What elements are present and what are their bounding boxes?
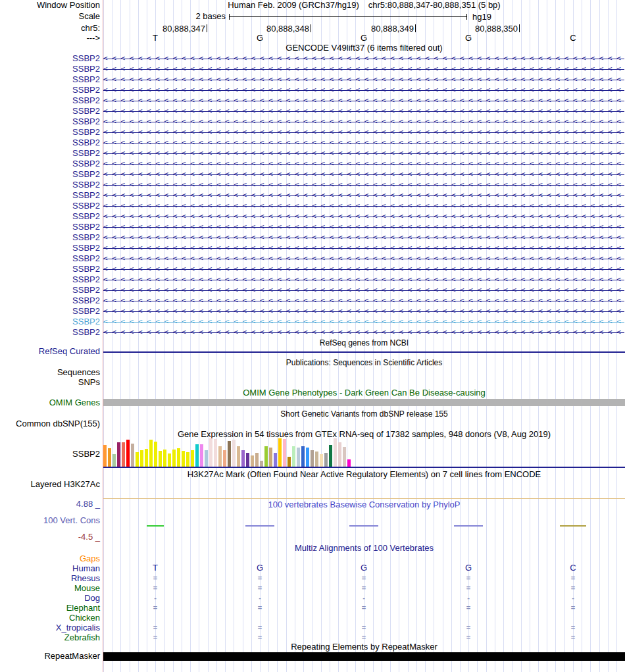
species-label: Dog xyxy=(0,593,100,603)
gtex-tissue-bar xyxy=(338,442,341,467)
track-label-snps[interactable]: SNPs xyxy=(0,378,100,387)
gencode-gene-row[interactable]: SSBP2<<<<<<<<<<<<<<<<<<<<<<<<<<<<<<<<<<<… xyxy=(0,159,625,169)
multiz-species-row[interactable]: Rhesus===== xyxy=(0,573,625,583)
track-label-repeatmasker[interactable]: RepeatMasker xyxy=(0,652,100,661)
gencode-gene-row[interactable]: SSBP2<<<<<<<<<<<<<<<<<<<<<<<<<<<<<<<<<<<… xyxy=(0,264,625,274)
alignment-mark: = xyxy=(466,633,470,642)
gencode-gene-row[interactable]: SSBP2<<<<<<<<<<<<<<<<<<<<<<<<<<<<<<<<<<<… xyxy=(0,232,625,243)
gtex-tissue-bar xyxy=(149,440,153,467)
multiz-species-row[interactable]: Chicken xyxy=(0,613,625,623)
gencode-gene-row[interactable]: SSBP2<<<<<<<<<<<<<<<<<<<<<<<<<<<<<<<<<<<… xyxy=(0,317,625,327)
gencode-gene-row[interactable]: SSBP2<<<<<<<<<<<<<<<<<<<<<<<<<<<<<<<<<<<… xyxy=(0,285,625,296)
gene-label: SSBP2 xyxy=(0,149,100,158)
omim-track-title: OMIM Gene Phenotypes - Dark Green Can Be… xyxy=(103,388,625,398)
alignment-mark: = xyxy=(466,603,470,613)
gencode-gene-row[interactable]: SSBP2<<<<<<<<<<<<<<<<<<<<<<<<<<<<<<<<<<<… xyxy=(0,95,625,106)
gtex-tissue-bar xyxy=(214,439,217,467)
gencode-gene-row[interactable]: SSBP2<<<<<<<<<<<<<<<<<<<<<<<<<<<<<<<<<<<… xyxy=(0,106,625,116)
gtex-tissue-bar xyxy=(205,450,208,467)
gencode-gene-row[interactable]: SSBP2<<<<<<<<<<<<<<<<<<<<<<<<<<<<<<<<<<<… xyxy=(0,138,625,148)
gene-direction-arrows: <<<<<<<<<<<<<<<<<<<<<<<<<<<<<<<<<<<<<<<<… xyxy=(103,201,625,211)
gencode-gene-row[interactable]: SSBP2<<<<<<<<<<<<<<<<<<<<<<<<<<<<<<<<<<<… xyxy=(0,74,625,85)
gtex-baseline xyxy=(103,467,625,468)
conservation-dash xyxy=(245,525,274,527)
gene-label: SSBP2 xyxy=(0,128,100,137)
gtex-tissue-bar xyxy=(264,446,268,467)
multiz-species-row[interactable]: X_tropicalis===== xyxy=(0,623,625,633)
gencode-gene-row[interactable]: SSBP2<<<<<<<<<<<<<<<<<<<<<<<<<<<<<<<<<<<… xyxy=(0,169,625,180)
gene-direction-arrows: <<<<<<<<<<<<<<<<<<<<<<<<<<<<<<<<<<<<<<<<… xyxy=(103,264,625,274)
track-label-100-vert-cons[interactable]: 100 Vert. Cons xyxy=(0,516,100,525)
repeatmasker-element-bar[interactable] xyxy=(103,652,625,661)
gencode-gene-row[interactable]: SSBP2<<<<<<<<<<<<<<<<<<<<<<<<<<<<<<<<<<<… xyxy=(0,306,625,317)
gencode-gene-row[interactable]: SSBP2<<<<<<<<<<<<<<<<<<<<<<<<<<<<<<<<<<<… xyxy=(0,253,625,264)
gene-direction-arrows: <<<<<<<<<<<<<<<<<<<<<<<<<<<<<<<<<<<<<<<<… xyxy=(103,159,625,169)
alignment-mark: = xyxy=(258,573,262,583)
gene-direction-arrows: <<<<<<<<<<<<<<<<<<<<<<<<<<<<<<<<<<<<<<<<… xyxy=(103,222,625,232)
gencode-gene-row[interactable]: SSBP2<<<<<<<<<<<<<<<<<<<<<<<<<<<<<<<<<<<… xyxy=(0,211,625,222)
gencode-gene-row[interactable]: SSBP2<<<<<<<<<<<<<<<<<<<<<<<<<<<<<<<<<<<… xyxy=(0,148,625,159)
gene-label: SSBP2 xyxy=(0,65,100,74)
gencode-gene-row[interactable]: SSBP2<<<<<<<<<<<<<<<<<<<<<<<<<<<<<<<<<<<… xyxy=(0,190,625,201)
track-label-common-dbsnp[interactable]: Common dbSNP(155) xyxy=(0,419,100,428)
gencode-gene-row[interactable]: SSBP2<<<<<<<<<<<<<<<<<<<<<<<<<<<<<<<<<<<… xyxy=(0,222,625,232)
gencode-gene-row[interactable]: SSBP2<<<<<<<<<<<<<<<<<<<<<<<<<<<<<<<<<<<… xyxy=(0,296,625,306)
gencode-gene-row[interactable]: SSBP2<<<<<<<<<<<<<<<<<<<<<<<<<<<<<<<<<<<… xyxy=(0,201,625,211)
publications-track-title: Publications: Sequences in Scientific Ar… xyxy=(103,358,625,367)
gencode-gene-row[interactable]: SSBP2<<<<<<<<<<<<<<<<<<<<<<<<<<<<<<<<<<<… xyxy=(0,85,625,95)
alignment-mark: = xyxy=(258,583,262,593)
multiz-species-row[interactable]: Mouse===== xyxy=(0,583,625,593)
gencode-gene-row[interactable]: SSBP2<<<<<<<<<<<<<<<<<<<<<<<<<<<<<<<<<<<… xyxy=(0,327,625,338)
gencode-gene-row[interactable]: SSBP2<<<<<<<<<<<<<<<<<<<<<<<<<<<<<<<<<<<… xyxy=(0,116,625,127)
alignment-mark: = xyxy=(153,603,157,613)
gencode-gene-row[interactable]: SSBP2<<<<<<<<<<<<<<<<<<<<<<<<<<<<<<<<<<<… xyxy=(0,64,625,74)
alignment-mark: = xyxy=(258,633,262,642)
gene-label: SSBP2 xyxy=(0,275,100,284)
gtex-tissue-bar xyxy=(278,438,282,467)
gencode-gene-row[interactable]: SSBP2<<<<<<<<<<<<<<<<<<<<<<<<<<<<<<<<<<<… xyxy=(0,274,625,285)
track-label-layered-h3k27ac[interactable]: Layered H3K27Ac xyxy=(0,480,100,489)
omim-gene-bar[interactable] xyxy=(103,399,625,406)
ruler-number: 80,888,349 xyxy=(335,24,414,33)
gtex-tissue-bar xyxy=(209,438,213,467)
gtex-tissue-bar xyxy=(191,450,194,467)
gene-direction-arrows: <<<<<<<<<<<<<<<<<<<<<<<<<<<<<<<<<<<<<<<<… xyxy=(103,85,625,95)
gtex-tissue-bar xyxy=(237,446,240,467)
gtex-tissue-bar xyxy=(126,440,130,467)
gene-direction-arrows: <<<<<<<<<<<<<<<<<<<<<<<<<<<<<<<<<<<<<<<<… xyxy=(103,138,625,148)
track-label-gtex-gene[interactable]: SSBP2 xyxy=(0,450,100,459)
alignment-mark: = xyxy=(362,633,366,642)
multiz-species-row[interactable]: Elephant===== xyxy=(0,603,625,613)
gencode-gene-row[interactable]: SSBP2<<<<<<<<<<<<<<<<<<<<<<<<<<<<<<<<<<<… xyxy=(0,53,625,64)
reference-base: C xyxy=(570,34,576,43)
gencode-gene-row[interactable]: SSBP2<<<<<<<<<<<<<<<<<<<<<<<<<<<<<<<<<<<… xyxy=(0,127,625,138)
gtex-tissue-bar xyxy=(334,438,337,467)
scale-ruler-line xyxy=(229,16,467,17)
alignment-mark: = xyxy=(571,583,575,593)
gene-label: SSBP2 xyxy=(0,317,100,326)
ruler-tick-mark xyxy=(519,24,520,32)
gene-direction-arrows: <<<<<<<<<<<<<<<<<<<<<<<<<<<<<<<<<<<<<<<<… xyxy=(103,327,625,338)
track-label-sequences[interactable]: Sequences xyxy=(0,368,100,377)
gene-label: SSBP2 xyxy=(0,328,100,337)
track-label-refseq-curated[interactable]: RefSeq Curated xyxy=(0,347,100,356)
gene-label: SSBP2 xyxy=(0,54,100,63)
multiz-species-row[interactable]: HumanTGGGC xyxy=(0,563,625,573)
gencode-gene-row[interactable]: SSBP2<<<<<<<<<<<<<<<<<<<<<<<<<<<<<<<<<<<… xyxy=(0,243,625,253)
gene-direction-arrows: <<<<<<<<<<<<<<<<<<<<<<<<<<<<<<<<<<<<<<<<… xyxy=(103,116,625,127)
multiz-species-row[interactable]: Dog----- xyxy=(0,593,625,603)
species-label: Chicken xyxy=(0,613,100,623)
dbsnp-track-title: Short Genetic Variants from dbSNP releas… xyxy=(103,409,625,419)
gencode-gene-row[interactable]: SSBP2<<<<<<<<<<<<<<<<<<<<<<<<<<<<<<<<<<<… xyxy=(0,180,625,190)
gtex-tissue-bar xyxy=(288,457,291,467)
multiz-species-row[interactable]: Zebrafish===== xyxy=(0,633,625,642)
species-label: Mouse xyxy=(0,583,100,593)
gtex-tissue-bar xyxy=(246,453,249,467)
alignment-mark: - xyxy=(154,593,157,603)
track-label-omim-genes[interactable]: OMIM Genes xyxy=(0,398,100,407)
alignment-mark: = xyxy=(466,623,470,633)
refseq-curated-gene-bar[interactable] xyxy=(103,351,625,353)
gene-direction-arrows: <<<<<<<<<<<<<<<<<<<<<<<<<<<<<<<<<<<<<<<<… xyxy=(103,306,625,317)
multiz-species-row[interactable]: Gaps xyxy=(0,554,625,563)
aligned-base: G xyxy=(465,563,472,573)
